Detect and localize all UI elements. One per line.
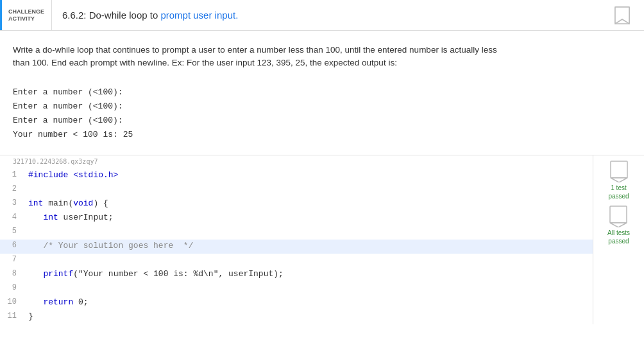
code-line: 7 — [0, 254, 593, 268]
line-content: printf("Your number < 100 is: %d\n", use… — [23, 268, 593, 282]
description: Write a do-while loop that continues to … — [0, 31, 603, 79]
test1-badge: 1 test passed — [608, 161, 629, 200]
side-panel: 1 test passed All tests passed — [593, 155, 644, 324]
code-line: 10 return 0; — [0, 296, 593, 310]
code-line: 6 /* Your solution goes here */ — [0, 240, 593, 254]
line-content: /* Your solution goes here */ — [23, 240, 593, 254]
description-text2: than 100. End each prompt with newline. … — [13, 58, 397, 67]
code-line: 3int main(void) { — [0, 197, 593, 211]
svg-rect-2 — [611, 161, 627, 178]
header: CHALLENGE ACTIVITY 6.6.2: Do-while loop … — [0, 0, 644, 31]
line-content: int userInput; — [23, 211, 593, 225]
line-number: 9 — [0, 282, 23, 296]
line-number: 11 — [0, 310, 23, 324]
code-line: 11} — [0, 310, 593, 324]
header-title-plain: 6.6.2: Do-while loop to — [62, 10, 160, 21]
header-title-link[interactable]: prompt user input. — [160, 10, 238, 21]
badge-line1: CHALLENGE — [8, 8, 45, 15]
line-number: 2 — [0, 183, 23, 197]
bookmark-icon — [614, 6, 630, 24]
test2-badge: All tests passed — [607, 206, 630, 245]
line-number: 4 — [0, 211, 23, 225]
svg-rect-4 — [610, 206, 627, 223]
line-content: return 0; — [23, 296, 593, 310]
expected-output-pre: Enter a number (<100): Enter a number (<… — [13, 85, 631, 142]
code-line: 8 printf("Your number < 100 is: %d\n", u… — [0, 268, 593, 282]
code-area: 321710.2243268.qx3zqy7 1#include <stdio.… — [0, 155, 593, 324]
line-number: 6 — [0, 240, 23, 254]
code-line: 9 — [0, 282, 593, 296]
line-content — [23, 225, 593, 240]
test2-label: All tests passed — [607, 229, 630, 245]
challenge-badge: CHALLENGE ACTIVITY — [0, 0, 51, 30]
svg-marker-3 — [611, 178, 627, 182]
bookmark-button[interactable] — [611, 4, 634, 27]
code-line: 2 — [0, 183, 593, 197]
code-editor[interactable]: 1#include <stdio.h>23int main(void) {4 i… — [0, 169, 593, 324]
line-content: } — [23, 310, 593, 324]
line-content: #include <stdio.h> — [23, 169, 593, 183]
line-content — [23, 183, 593, 197]
badge-line2: ACTIVITY — [8, 15, 45, 22]
code-line: 4 int userInput; — [0, 211, 593, 225]
line-number: 10 — [0, 296, 23, 310]
line-number: 8 — [0, 268, 23, 282]
code-line: 5 — [0, 225, 593, 240]
svg-marker-5 — [610, 223, 627, 227]
line-content — [23, 282, 593, 296]
line-number: 1 — [0, 169, 23, 183]
line-number: 5 — [0, 225, 23, 240]
test1-icon — [610, 161, 628, 182]
description-text1: Write a do-while loop that continues to … — [13, 45, 497, 55]
line-content: int main(void) { — [23, 197, 593, 211]
expected-output: Enter a number (<100): Enter a number (<… — [0, 79, 644, 155]
line-content — [23, 254, 593, 268]
line-number: 3 — [0, 197, 23, 211]
code-line: 1#include <stdio.h> — [0, 169, 593, 183]
code-meta: 321710.2243268.qx3zqy7 — [0, 155, 593, 169]
header-title: 6.6.2: Do-while loop to prompt user inpu… — [62, 10, 238, 21]
test1-label: 1 test passed — [608, 184, 629, 200]
test2-icon — [609, 206, 627, 227]
header-title-area: 6.6.2: Do-while loop to prompt user inpu… — [51, 0, 644, 30]
code-section: 321710.2243268.qx3zqy7 1#include <stdio.… — [0, 155, 644, 324]
line-number: 7 — [0, 254, 23, 268]
